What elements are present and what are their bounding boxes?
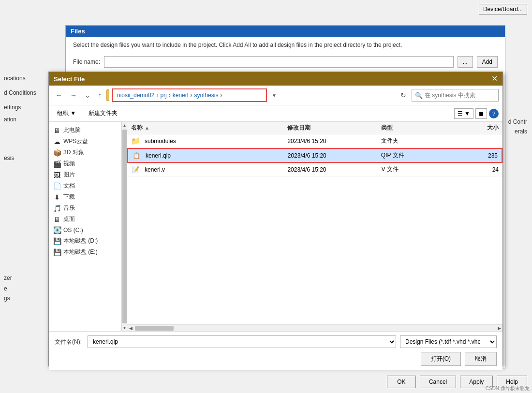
col-header-date[interactable]: 修改日期	[287, 124, 381, 132]
col-header-name[interactable]: 名称 ▲	[131, 124, 287, 132]
nav-breadcrumb-dropdown[interactable]: ▼	[269, 91, 280, 100]
sort-arrow: ▲	[145, 125, 149, 131]
sidebar-esis: esis	[4, 155, 14, 161]
downloads-icon: ⬇	[53, 193, 61, 201]
dialog-open-button[interactable]: 打开(O)	[421, 352, 461, 366]
sidebar-gs: gs	[4, 295, 10, 302]
nav-drive-e[interactable]: 💾 本地磁盘 (E:)	[51, 247, 119, 258]
wps-cloud-icon: ☁	[53, 138, 61, 146]
help-icon-button[interactable]: ?	[489, 109, 499, 118]
browse-button[interactable]: ...	[458, 56, 473, 68]
sidebar-locations: ocations	[4, 75, 26, 82]
drive-c-icon: 💽	[53, 226, 61, 234]
view-panel-button[interactable]: ◼	[475, 108, 487, 119]
file-name-cell: 📝 kenerl.v	[131, 166, 287, 174]
filename-label: 文件名(N):	[55, 338, 84, 346]
nav-video[interactable]: 🎬 视频	[51, 158, 119, 169]
sidebar-conditions: d Conditions	[4, 89, 36, 96]
files-panel-description: Select the design files you want to incl…	[66, 37, 505, 53]
nav-downloads[interactable]: ⬇ 下载	[51, 191, 119, 203]
search-input[interactable]	[425, 92, 483, 99]
table-row[interactable]: 📁 submodules 2023/4/6 15:20 文件夹	[127, 134, 502, 148]
col-header-type[interactable]: 类型	[381, 124, 459, 132]
qip-file-icon: 📋	[132, 152, 141, 160]
dialog-title-bar: Select File ✕	[49, 72, 502, 86]
sidebar-e: e	[4, 285, 7, 292]
drive-e-icon: 💾	[53, 248, 61, 256]
organize-button[interactable]: 组织 ▼	[53, 107, 80, 119]
file-type-cell: 文件夹	[381, 137, 459, 145]
breadcrumb-niosii[interactable]: niosii_demo02	[117, 92, 154, 99]
nav-3d-objects[interactable]: 📦 3D 对象	[51, 147, 119, 158]
dialog-action-row: 打开(O) 取消	[55, 352, 497, 366]
pictures-icon: 🖼	[53, 171, 61, 179]
watermark: CSDN @终极末彩龙	[486, 385, 530, 392]
documents-icon: 📄	[53, 182, 61, 190]
scroll-down-arrow[interactable]: ▼	[122, 324, 128, 331]
nav-desktop[interactable]: 🖥 桌面	[51, 214, 119, 225]
dialog-close-button[interactable]: ✕	[491, 75, 498, 83]
col-header-size[interactable]: 大小	[459, 124, 499, 132]
filename-select[interactable]: kenerl.qip	[88, 335, 396, 348]
breadcrumb-prj[interactable]: prj	[160, 92, 166, 99]
device-board-button[interactable]: Device/Board...	[479, 4, 527, 15]
left-nav-scrollbar: ▲ ▼	[121, 122, 127, 331]
files-panel-header: Files	[66, 26, 505, 37]
search-box: 🔍	[412, 89, 499, 102]
hscroll-right-arrow[interactable]: ▶	[496, 325, 502, 332]
nav-refresh-button[interactable]: ↻	[397, 90, 410, 101]
horizontal-scrollbar: ◀ ▶	[127, 324, 502, 331]
nav-back-button[interactable]: ←	[53, 90, 65, 101]
breadcrumb-kenerl[interactable]: kenerl	[173, 92, 189, 99]
nav-documents[interactable]: 📄 文档	[51, 180, 119, 191]
filename-row: 文件名(N): kenerl.qip Design Files (*.tdf *…	[55, 335, 497, 348]
cancel-button[interactable]: Cancel	[420, 376, 456, 388]
file-name-input[interactable]	[104, 56, 454, 68]
nav-up-button[interactable]: ↑	[95, 90, 104, 101]
new-folder-button[interactable]: 新建文件夹	[84, 107, 122, 119]
scroll-up-arrow[interactable]: ▲	[122, 122, 128, 129]
nav-this-pc[interactable]: 🖥 此电脑	[51, 125, 119, 136]
add-button[interactable]: Add	[477, 56, 498, 68]
nav-bar: ← → ⌄ ↑ niosii_demo02 › prj › kenerl › s…	[49, 86, 502, 105]
file-date-cell: 2023/4/6 15:20	[287, 138, 381, 145]
breadcrumb-synthesis[interactable]: synthesis	[194, 92, 218, 99]
hscroll-thumb[interactable]	[135, 326, 174, 331]
toolbar-right: ☰ ▼ ◼ ?	[454, 108, 499, 119]
breadcrumb: niosii_demo02 › prj › kenerl › synthesis…	[112, 88, 267, 102]
file-list-container: 名称 ▲ 修改日期 类型 大小 📁 submodules	[127, 122, 502, 331]
nav-forward-button[interactable]: →	[67, 90, 80, 101]
hscroll-left-arrow[interactable]: ◀	[127, 325, 134, 332]
view-list-button[interactable]: ☰ ▼	[454, 108, 473, 119]
file-date-cell: 2023/4/6 15:20	[288, 152, 381, 159]
file-type-cell: V 文件	[381, 165, 459, 174]
ok-button[interactable]: OK	[387, 376, 416, 388]
scroll-thumb[interactable]	[122, 130, 127, 323]
dialog-cancel-button[interactable]: 取消	[465, 352, 497, 366]
drive-d-icon: 💾	[53, 237, 61, 245]
select-file-dialog: Select File ✕ ← → ⌄ ↑ niosii_demo02 › pr…	[48, 72, 503, 366]
file-size-cell: 24	[459, 166, 499, 173]
video-icon: 🎬	[53, 160, 61, 168]
file-name-label: File name:	[73, 58, 100, 65]
nav-wps-cloud[interactable]: ☁ WPS云盘	[51, 136, 119, 147]
sidebar-ation: ation	[4, 116, 16, 123]
sidebar-settings: ettings	[4, 104, 21, 111]
nav-music[interactable]: 🎵 音乐	[51, 203, 119, 214]
table-row[interactable]: 📝 kenerl.v 2023/4/6 15:20 V 文件 24	[127, 163, 502, 176]
nav-drive-d[interactable]: 💾 本地磁盘 (D:)	[51, 235, 119, 247]
file-size-cell: 235	[459, 152, 498, 159]
file-name-cell: 📋 kenerl.qip	[132, 152, 288, 160]
sidebar-right-contrls: d Contr	[508, 118, 527, 125]
filetype-select[interactable]: Design Files (*.tdf *.vhd *.vhc	[400, 335, 497, 348]
file-type-cell: QIP 文件	[381, 151, 459, 160]
folder-icon: 📁	[131, 137, 140, 145]
nav-drive-c[interactable]: 💽 OS (C:)	[51, 225, 119, 235]
music-icon: 🎵	[53, 204, 61, 212]
nav-pictures[interactable]: 🖼 图片	[51, 169, 119, 180]
v-file-icon: 📝	[131, 166, 140, 174]
left-nav-tree: 🖥 此电脑 ☁ WPS云盘 📦 3D 对象 🎬 视频 🖼 图片 📄 文档	[49, 122, 121, 331]
table-row[interactable]: 📋 kenerl.qip 2023/4/6 15:20 QIP 文件 235	[127, 148, 502, 163]
nav-dropdown-button[interactable]: ⌄	[82, 90, 93, 101]
content-area: 🖥 此电脑 ☁ WPS云盘 📦 3D 对象 🎬 视频 🖼 图片 📄 文档	[49, 122, 502, 331]
